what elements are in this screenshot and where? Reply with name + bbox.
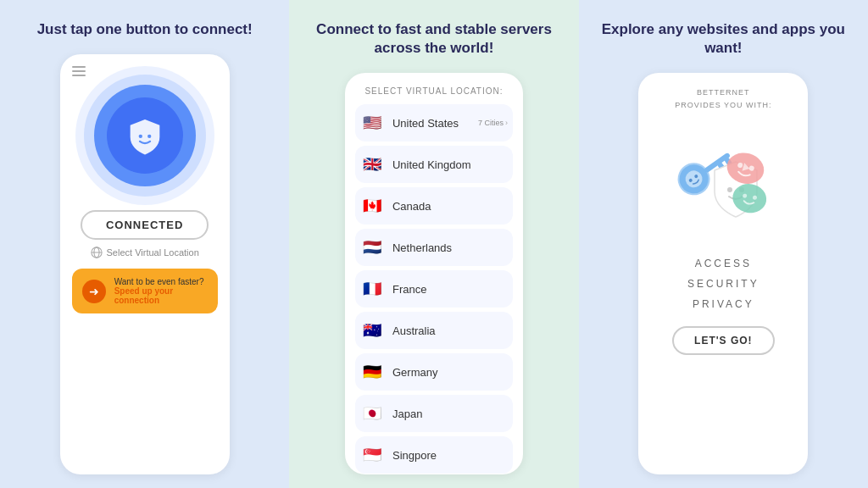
location-item[interactable]: 🇩🇪 Germany [355,353,513,391]
flag-icon: 🇩🇪 [360,360,384,384]
right-panel: Explore any websites and apps you want! … [579,0,868,488]
phone-mockup: CONNECTED Select Virtual Location ➜ Want… [60,54,230,474]
location-item[interactable]: 🇬🇧 United Kingdom [355,146,513,183]
left-panel: Just tap one button to connect! CONNECTE… [0,0,289,488]
location-item[interactable]: 🇯🇵 Japan [355,395,513,432]
location-name: Netherlands [392,241,508,254]
middle-panel: Connect to fast and stable servers acros… [289,0,578,488]
location-name: Germany [392,366,508,379]
cities-badge: 7 Cities › [478,119,508,127]
svg-point-12 [727,187,732,192]
location-list: 🇺🇸 United States 7 Cities › 🇬🇧 United Ki… [355,104,513,474]
flag-icon: 🇺🇸 [360,111,384,135]
location-item[interactable]: 🇦🇺 Australia [355,312,513,349]
location-name: France [392,283,508,296]
menu-icon[interactable] [72,66,86,76]
middle-title: Connect to fast and stable servers acros… [303,20,565,58]
location-name: Australia [392,324,508,337]
illustration [664,119,782,238]
connected-button[interactable]: CONNECTED [81,210,209,240]
upgrade-banner[interactable]: ➜ Want to be even faster? Speed up your … [72,269,218,313]
location-item[interactable]: 🇸🇬 Singpore [355,436,513,474]
features-illustration [664,119,782,238]
select-location[interactable]: Select Virtual Location [91,247,199,258]
lets-go-button[interactable]: LET'S GO! [672,326,775,355]
location-name: Canada [392,200,508,213]
location-name: United Kingdom [392,158,508,171]
feature-label: ACCESS [687,253,760,274]
location-name: Singpore [392,449,508,462]
select-location-header: SELECT VIRTUAL LOCATION: [355,86,513,96]
flag-icon: 🇫🇷 [360,277,384,301]
flag-icon: 🇯🇵 [360,402,384,425]
location-card: SELECT VIRTUAL LOCATION: 🇺🇸 United State… [345,73,523,474]
location-item[interactable]: 🇫🇷 France [355,270,513,308]
flag-icon: 🇳🇱 [360,236,384,259]
shield-svg [123,114,167,158]
right-title: Explore any websites and apps you want! [593,20,854,58]
location-item[interactable]: 🇺🇸 United States 7 Cities › [355,104,513,141]
globe-icon [91,247,103,258]
select-location-label: Select Virtual Location [107,247,199,258]
location-item[interactable]: 🇳🇱 Netherlands [355,229,513,266]
feature-label: SECURITY [687,274,760,294]
upgrade-arrow-icon: ➜ [82,280,106,303]
shield-inner-circle [107,97,183,174]
location-name: United States [392,117,470,130]
location-item[interactable]: 🇨🇦 Canada [355,187,513,225]
svg-point-1 [147,135,151,138]
features-list: ACCESSSECURITYPRIVACY [687,253,760,314]
flag-icon: 🇬🇧 [360,152,384,176]
flag-icon: 🇨🇦 [360,194,384,218]
flag-icon: 🇦🇺 [360,319,384,342]
svg-point-0 [138,135,142,138]
upgrade-text: Want to be even faster? Speed up your co… [114,277,208,305]
left-title: Just tap one button to connect! [37,20,253,39]
features-card: BETTERNETPROVIDES YOU WITH: [638,73,808,474]
location-name: Japan [392,408,508,420]
flag-icon: 🇸🇬 [360,443,384,467]
betternet-label: BETTERNETPROVIDES YOU WITH: [675,86,771,111]
feature-label: PRIVACY [687,294,760,314]
shield-button[interactable] [94,85,196,186]
